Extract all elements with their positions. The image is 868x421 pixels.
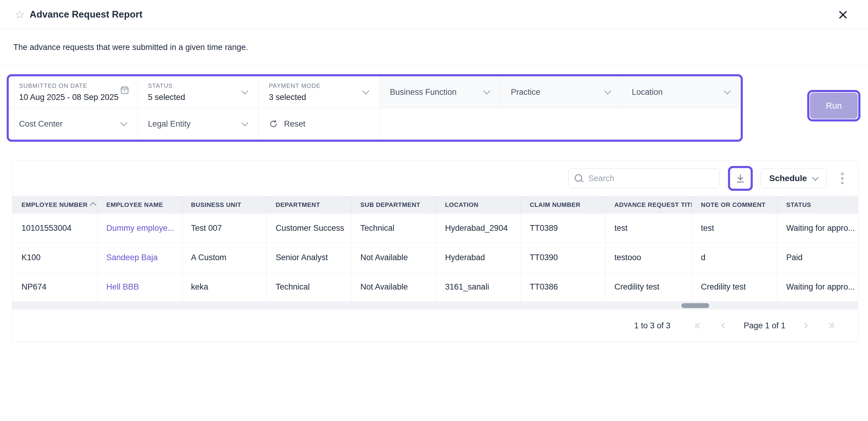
practice-filter[interactable]: Practice	[500, 76, 621, 108]
cost-center-filter-label: Cost Center	[19, 119, 127, 129]
report-description-band: The advance requests that were submitted…	[0, 29, 868, 66]
cell-note-or-comment: Credility test	[692, 272, 777, 302]
column-header-label: SUB DEPARTMENT	[361, 201, 421, 208]
schedule-button-label: Schedule	[769, 173, 807, 183]
filter-row-2: Cost Center Legal Entity Reset	[9, 108, 741, 140]
location-filter-label: Location	[632, 87, 731, 97]
status-filter-value: 5 selected	[148, 93, 248, 102]
cell-location: Hyderabad_2904	[436, 214, 521, 243]
column-header-label: NOTE OR COMMENT	[701, 201, 766, 208]
status-filter-label: STATUS	[148, 82, 248, 89]
column-header-location[interactable]: LOCATION	[436, 196, 521, 214]
cell-employee-number: 10101553004	[12, 214, 97, 243]
cell-note-or-comment: test	[692, 214, 777, 243]
previous-page-button[interactable]	[719, 321, 728, 330]
legal-entity-filter[interactable]: Legal Entity	[137, 108, 258, 140]
cell-status: Waiting for appro...	[777, 272, 858, 302]
cell-location: Hyderabad	[436, 243, 521, 272]
search-box	[568, 168, 719, 188]
column-header-advance-request-title[interactable]: ADVANCE REQUEST TITL	[605, 196, 692, 214]
table-toolbar: Schedule	[12, 161, 858, 196]
column-header-label: CLAIM NUMBER	[530, 201, 581, 208]
cell-employee-name: Hell BBB	[97, 272, 182, 302]
run-button-highlight-ring: Run	[807, 90, 861, 121]
employee-name-link[interactable]: Dummy employe...	[106, 224, 175, 233]
cell-advance-request-title: Credility test	[605, 272, 692, 302]
cost-center-filter[interactable]: Cost Center	[9, 108, 137, 140]
column-header-note-or-comment[interactable]: NOTE OR COMMENT	[692, 196, 777, 214]
report-description: The advance requests that were submitted…	[13, 43, 248, 52]
cell-status: Waiting for appro...	[777, 214, 858, 243]
cell-employee-name: Sandeep Baja	[97, 243, 182, 272]
table-header-row: EMPLOYEE NUMBER EMPLOYEE NAME BUSINESS U…	[12, 196, 858, 214]
pagination-range-label: 1 to 3 of 3	[634, 321, 671, 331]
schedule-button[interactable]: Schedule	[761, 168, 827, 188]
pagination-bar: 1 to 3 of 3 Page 1 of 1	[12, 310, 858, 342]
cell-claim-number: TT0390	[521, 243, 605, 272]
cell-note-or-comment: d	[692, 243, 777, 272]
legal-entity-filter-label: Legal Entity	[148, 119, 248, 129]
table-row: K100 Sandeep Baja A Custom Senior Analys…	[12, 243, 858, 272]
column-header-business-unit[interactable]: BUSINESS UNIT	[182, 196, 267, 214]
cell-claim-number: TT0386	[521, 272, 605, 302]
column-header-department[interactable]: DEPARTMENT	[267, 196, 351, 214]
horizontal-scrollbar-thumb[interactable]	[681, 303, 709, 308]
filter-panel: SUBMITTED ON DATE 10 Aug 2025 - 08 Sep 2…	[7, 74, 743, 142]
advance-request-table: EMPLOYEE NUMBER EMPLOYEE NAME BUSINESS U…	[12, 196, 858, 301]
close-icon[interactable]: ×	[838, 6, 848, 23]
location-filter[interactable]: Location	[621, 76, 741, 108]
pagination-page-label: Page 1 of 1	[744, 321, 785, 331]
table-row: 10101553004 Dummy employe... Test 007 Cu…	[12, 214, 858, 243]
reset-filters-button[interactable]: Reset	[258, 108, 379, 140]
cell-employee-number: K100	[12, 243, 97, 272]
payment-mode-filter-value: 3 selected	[269, 93, 369, 102]
first-page-button[interactable]	[694, 321, 703, 330]
cell-sub-department: Not Available	[351, 272, 436, 302]
calendar-icon	[120, 85, 129, 96]
column-header-employee-number[interactable]: EMPLOYEE NUMBER	[12, 196, 97, 214]
filter-row-1: SUBMITTED ON DATE 10 Aug 2025 - 08 Sep 2…	[9, 76, 741, 108]
business-function-filter[interactable]: Business Function	[379, 76, 500, 108]
column-header-label: EMPLOYEE NAME	[106, 201, 163, 208]
sort-ascending-icon	[90, 202, 96, 209]
column-header-label: STATUS	[786, 201, 811, 208]
more-options-icon	[841, 177, 843, 179]
run-button[interactable]: Run	[810, 93, 858, 119]
table-row: NP674 Hell BBB keka Technical Not Availa…	[12, 272, 858, 302]
page-title: Advance Request Report	[30, 9, 143, 20]
column-header-status[interactable]: STATUS	[777, 196, 858, 214]
search-input[interactable]	[588, 173, 713, 184]
reset-icon	[269, 119, 278, 129]
submitted-on-date-filter[interactable]: SUBMITTED ON DATE 10 Aug 2025 - 08 Sep 2…	[9, 76, 137, 108]
download-button[interactable]	[731, 169, 750, 188]
cell-department: Technical	[267, 272, 351, 302]
cell-business-unit: keka	[182, 272, 267, 302]
status-filter[interactable]: STATUS 5 selected	[137, 76, 258, 108]
more-options-menu[interactable]	[839, 170, 846, 187]
cell-advance-request-title: test	[605, 214, 692, 243]
download-button-highlight-ring	[728, 166, 753, 191]
horizontal-scrollbar-track[interactable]	[12, 301, 858, 310]
favorite-star-icon[interactable]: ☆	[14, 9, 25, 20]
more-options-icon	[841, 182, 843, 184]
employee-name-link[interactable]: Hell BBB	[106, 282, 139, 291]
column-header-claim-number[interactable]: CLAIM NUMBER	[521, 196, 605, 214]
next-page-button[interactable]	[801, 321, 810, 330]
employee-name-link[interactable]: Sandeep Baja	[106, 253, 158, 262]
column-header-label: ADVANCE REQUEST TITL	[615, 201, 692, 208]
cell-location: 3161_sanali	[436, 272, 521, 302]
column-header-employee-name[interactable]: EMPLOYEE NAME	[97, 196, 182, 214]
cell-sub-department: Technical	[351, 214, 436, 243]
cell-department: Senior Analyst	[267, 243, 351, 272]
payment-mode-filter[interactable]: PAYMENT MODE 3 selected	[258, 76, 379, 108]
practice-filter-label: Practice	[511, 87, 611, 97]
reset-button-label: Reset	[284, 119, 306, 129]
column-header-label: EMPLOYEE NUMBER	[22, 201, 88, 208]
cell-status: Paid	[777, 243, 858, 272]
column-header-label: LOCATION	[445, 201, 478, 208]
last-page-button[interactable]	[826, 321, 835, 330]
cell-sub-department: Not Available	[351, 243, 436, 272]
search-icon	[575, 174, 583, 183]
payment-mode-filter-label: PAYMENT MODE	[269, 82, 369, 89]
column-header-sub-department[interactable]: SUB DEPARTMENT	[351, 196, 436, 214]
